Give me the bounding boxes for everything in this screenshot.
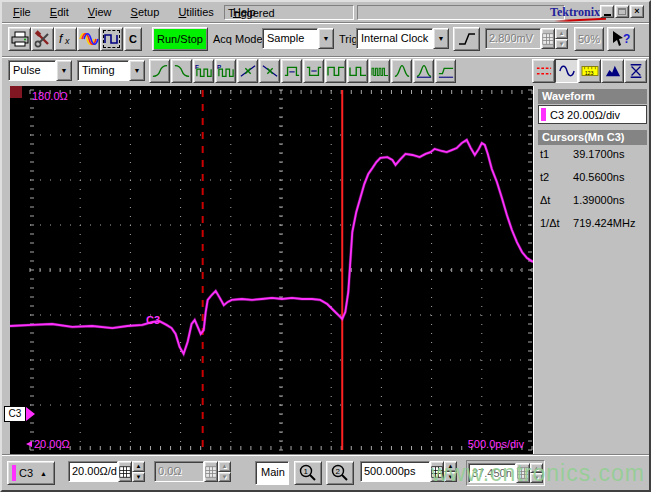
horizontal-position-value[interactable]: 37.450n [468, 463, 516, 483]
meas-positive-overshoot-button[interactable] [391, 59, 412, 83]
waveform-view-icon [558, 63, 576, 79]
menu-view[interactable]: View [80, 4, 120, 19]
mag2-view-button[interactable]: 2 [326, 461, 354, 485]
vertical-scale-value[interactable]: 20.00Ω/di [68, 461, 118, 482]
histogram-view-button[interactable] [601, 59, 624, 83]
menu-edit[interactable]: Edit [42, 4, 77, 19]
acq-mode-select[interactable]: Sample ▼ [262, 28, 334, 49]
spinner-down-icon[interactable]: ▼ [444, 472, 457, 483]
readout-row: t1 39.1700ns [540, 148, 648, 164]
tools-button[interactable] [31, 27, 54, 51]
svg-text:123: 123 [584, 70, 593, 76]
meas-burst-width-button[interactable] [369, 59, 390, 83]
trig-source-value: Internal Clock [356, 28, 433, 49]
minimize-button[interactable] [600, 5, 614, 18]
spinner-up-icon[interactable]: ▲ [530, 463, 543, 473]
define-math-button[interactable]: f x [54, 27, 77, 51]
context-help-button[interactable]: ? [607, 27, 635, 51]
readout-value: 39.1700ns [573, 148, 624, 160]
trig-slope-button[interactable] [453, 27, 480, 51]
spinner-down-icon[interactable]: ▼ [530, 473, 543, 483]
acq-mode-value: Sample [262, 28, 318, 49]
meas-class-select[interactable]: Pulse ▼ [8, 60, 72, 81]
readout-row: 1/Δt 719.424MHz [540, 217, 648, 233]
positive-duty-icon [327, 63, 345, 79]
dropdown-icon[interactable]: ▼ [318, 28, 334, 49]
chevron-up-icon: ▲ [40, 470, 47, 477]
dropdown-icon[interactable]: ▼ [129, 60, 145, 81]
spinner-up-icon[interactable]: ▲ [132, 461, 145, 472]
svg-text:x: x [64, 36, 70, 46]
dropdown-icon[interactable]: ▼ [433, 28, 449, 49]
readouts-view-button[interactable]: 123 [578, 59, 601, 83]
cross-negative-icon [261, 63, 279, 79]
mag1-view-button[interactable]: 1 [294, 461, 322, 485]
channel-select-button[interactable]: C3 ▲ [7, 461, 55, 485]
pulse-source-button[interactable] [100, 27, 123, 51]
svg-text:?: ? [623, 32, 630, 46]
spinner-down-icon[interactable]: ▼ [218, 472, 231, 483]
timebase-label: 500.0ps/div [468, 438, 525, 450]
mask-view-button[interactable] [624, 59, 647, 83]
meas-fall-time-button[interactable] [171, 59, 192, 83]
meas-delay-button[interactable] [435, 59, 456, 83]
meas-category-value: Timing [77, 60, 129, 81]
trig-level-spinner: 2.800mV ▲ ▼ [485, 28, 568, 49]
delay-icon [437, 63, 455, 79]
meas-positive-duty-button[interactable] [325, 59, 346, 83]
keypad-button[interactable] [430, 461, 444, 482]
readout-value: 40.5600ns [573, 171, 624, 183]
channel-select-label: C3 [19, 467, 33, 479]
meas-positive-width-button[interactable] [281, 59, 302, 83]
waveform-display[interactable]: 180.0Ω 20.00Ω 500.0ps/div C3 [10, 86, 533, 454]
set-50-percent-button[interactable]: 50% [574, 27, 604, 51]
keypad-icon [431, 466, 443, 478]
keypad-button[interactable] [118, 461, 132, 482]
menu-setup[interactable]: Setup [123, 4, 168, 19]
run-stop-button[interactable]: Run/Stop [152, 27, 208, 51]
vertical-offset-value[interactable]: 0.0Ω [154, 461, 204, 482]
maximize-button[interactable] [615, 5, 629, 18]
meas-class-value: Pulse [8, 60, 56, 81]
keypad-icon [205, 466, 217, 478]
menu-utilities[interactable]: Utilities [170, 4, 221, 19]
spinner-down-icon[interactable]: ▼ [555, 39, 568, 50]
status-panel-empty [357, 5, 565, 20]
waveform-entry[interactable]: C3 20.00Ω/div [538, 105, 647, 124]
meas-cross-negative-button[interactable] [259, 59, 280, 83]
waveform-database-button[interactable] [77, 27, 100, 51]
spinner-up-icon[interactable]: ▲ [555, 28, 568, 39]
negative-overshoot-icon [415, 63, 433, 79]
readout-label: Δt [540, 194, 570, 206]
readout-panel: Waveform C3 20.00Ω/div Cursors(Mn C3) t1… [533, 86, 651, 454]
spinner-up-icon[interactable]: ▲ [444, 461, 457, 472]
clear-button[interactable]: C [124, 27, 142, 51]
negative-duty-icon [349, 63, 367, 79]
horizontal-scale-value[interactable]: 500.000ps [360, 461, 430, 482]
meas-category-select[interactable]: Timing ▼ [77, 60, 145, 81]
trig-source-select[interactable]: Internal Clock ▼ [356, 28, 449, 49]
keypad-button[interactable] [204, 461, 218, 482]
menu-bar: File Edit View Setup Utilities Help Trig… [5, 4, 646, 21]
spinner-down-icon[interactable]: ▼ [132, 472, 145, 483]
menu-file[interactable]: File [5, 4, 39, 19]
tektronix-logo: Tektronix [550, 5, 600, 20]
spinner-up-icon[interactable]: ▲ [218, 461, 231, 472]
meas-period-button[interactable]: P [215, 59, 236, 83]
meas-negative-overshoot-button[interactable] [413, 59, 434, 83]
trig-level-value[interactable]: 2.800mV [485, 28, 541, 49]
meas-negative-width-button[interactable] [303, 59, 324, 83]
waveform-view-button[interactable] [555, 59, 578, 83]
close-button[interactable]: × [630, 5, 644, 18]
meas-frequency-button[interactable]: F [193, 59, 214, 83]
meas-negative-duty-button[interactable] [347, 59, 368, 83]
meas-rise-time-button[interactable] [149, 59, 170, 83]
negative-width-icon [305, 63, 323, 79]
keypad-button[interactable] [541, 28, 555, 49]
cursors-view-button[interactable] [532, 59, 555, 83]
channel-position-marker[interactable]: C3 [4, 406, 34, 423]
print-button[interactable] [8, 27, 31, 51]
dropdown-icon[interactable]: ▼ [56, 60, 72, 81]
keypad-button[interactable] [516, 463, 530, 483]
meas-cross-positive-button[interactable] [237, 59, 258, 83]
